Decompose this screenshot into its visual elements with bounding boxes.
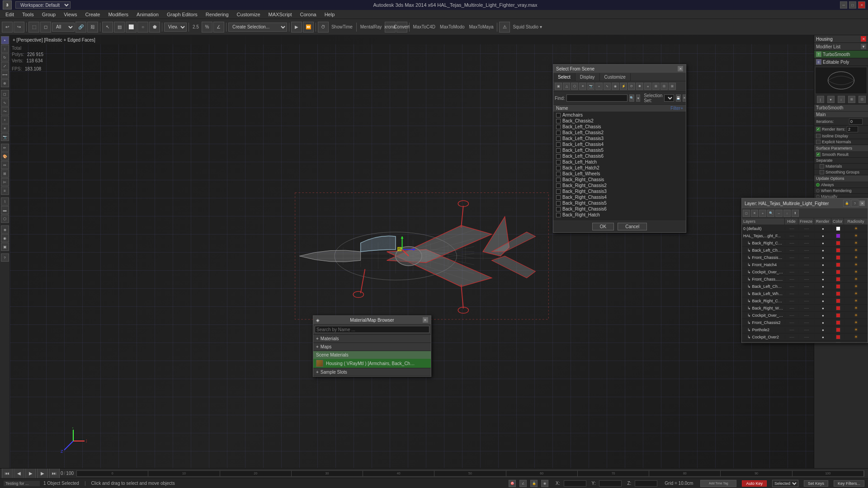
- editablepoly-modifier[interactable]: E Editable Poly: [814, 58, 868, 66]
- sfs-ik[interactable]: ⟳: [628, 83, 635, 90]
- mod-ctrl-2[interactable]: ▼: [827, 96, 835, 103]
- layer-item[interactable]: ↳ Back_Right_Whe... ---- ---- ● ☀: [742, 305, 868, 312]
- sfs-item[interactable]: Back_Right_Chassis: [553, 177, 686, 183]
- menu-help[interactable]: Help: [321, 11, 339, 18]
- toolbar-filter-dropdown[interactable]: All: [52, 23, 75, 32]
- layer-help-btn[interactable]: ?: [851, 200, 859, 207]
- tool-align[interactable]: ⊨: [1, 178, 9, 186]
- tool-helpers[interactable]: +: [1, 116, 9, 124]
- menu-graph-editors[interactable]: Graph Editors: [163, 11, 201, 18]
- sfs-ok-btn[interactable]: OK: [592, 223, 614, 230]
- sfs-item[interactable]: Armchairs: [553, 112, 686, 118]
- explicit-normals-checkbox[interactable]: [816, 140, 821, 144]
- layer-item[interactable]: HAL_Tejas,...ght_F... ---- ---- ● ☀: [742, 232, 868, 239]
- sfs-find-input[interactable]: [566, 94, 627, 102]
- tool-place[interactable]: ⊕: [1, 79, 9, 87]
- viewport-area[interactable]: + [Perspective] [Realistic + Edged Faces…: [10, 35, 814, 468]
- mod-ctrl-3[interactable]: ↕: [838, 96, 845, 103]
- layer-item[interactable]: ↳ Cockpit_Over2 ---- ---- ● ☀: [742, 333, 868, 341]
- tool-nurbs[interactable]: 〜: [1, 107, 9, 115]
- tool-array[interactable]: ⊞: [1, 169, 9, 178]
- layer-collapse-btn[interactable]: 🔍: [767, 210, 774, 217]
- minimize-btn[interactable]: ─: [840, 1, 847, 9]
- sfs-select-all[interactable]: ⊞: [652, 83, 660, 90]
- sfs-item[interactable]: Back_Right_Chassis6: [553, 206, 686, 212]
- toolbar-fence-sel[interactable]: ⬟: [149, 22, 160, 33]
- tool-shapes[interactable]: ◻: [1, 90, 9, 98]
- sfs-selset-save[interactable]: 💾: [676, 94, 681, 102]
- menu-views[interactable]: Views: [60, 11, 80, 18]
- tool-render-frame[interactable]: ▣: [1, 243, 9, 251]
- layer-item[interactable]: ↳ Cockpit_Over_H... ---- ---- ● ☀: [742, 268, 868, 276]
- sfs-all-types[interactable]: ▣: [555, 83, 562, 90]
- tool-render-scene[interactable]: ◉: [1, 234, 9, 242]
- layer-del-btn[interactable]: ✕: [751, 210, 758, 217]
- tool-dope-sheet[interactable]: ▬: [1, 206, 9, 214]
- timeline-prev-frame[interactable]: ◀: [14, 468, 24, 478]
- sfs-item[interactable]: Back_Left_Chassis6: [553, 153, 686, 159]
- sample-slots-header[interactable]: + Sample Slots: [313, 368, 431, 376]
- select-panel-header[interactable]: Select From Scene ✕: [553, 65, 686, 73]
- toolbar-next-key[interactable]: ⏩: [303, 22, 314, 33]
- layer-highlight-btn[interactable]: ↑: [783, 210, 791, 217]
- selected-dropdown[interactable]: Selected: [772, 480, 798, 487]
- render-iters-input[interactable]: [847, 126, 858, 132]
- sfs-bones[interactable]: ⚡: [620, 83, 627, 90]
- materials-section-header[interactable]: + Materials: [313, 335, 431, 343]
- mod-ctrl-5[interactable]: ⊡: [859, 96, 866, 103]
- tool-select-filter[interactable]: +: [1, 36, 9, 44]
- layer-item[interactable]: ↳ Cockpit_Over_H... ---- ---- ● ☀: [742, 312, 868, 319]
- toolbar-percent[interactable]: %: [202, 22, 212, 33]
- tool-schematic[interactable]: ⬡: [1, 215, 9, 223]
- surface-params-section[interactable]: Surface Parameters: [814, 145, 868, 152]
- tool-lights[interactable]: ☀: [1, 124, 9, 132]
- select-panel-close[interactable]: ✕: [678, 66, 683, 71]
- tool-help[interactable]: ?: [1, 253, 9, 262]
- layer-move-up-btn[interactable]: ⬆: [792, 210, 799, 217]
- toolbar-angle-snap[interactable]: ∠: [213, 22, 224, 33]
- layer-item[interactable]: ↳ Back_Right_Cha... ---- ---- ● ☀: [742, 239, 868, 247]
- material-search-input[interactable]: [315, 326, 429, 333]
- auto-key-btn[interactable]: Auto Key: [742, 480, 767, 487]
- tool-rotate[interactable]: ↻: [1, 53, 9, 61]
- sfs-item[interactable]: Back_Left_Chassis4: [553, 141, 686, 147]
- layer-select-btn[interactable]: ↔: [775, 210, 783, 217]
- turbsmooth-modifier[interactable]: T TurboSmooth: [814, 51, 868, 58]
- tool-scale[interactable]: ⤢: [1, 62, 9, 70]
- sfs-selset-dropdown[interactable]: [664, 94, 674, 102]
- material-panel-header[interactable]: ◈ Material/Map Browser ✕: [313, 316, 431, 324]
- toolbar-select-name[interactable]: ▤: [114, 22, 125, 33]
- toolbar-view-dropdown[interactable]: View: [164, 23, 187, 32]
- render-iters-checkbox[interactable]: ✓: [816, 127, 821, 131]
- smoothing-groups-checkbox[interactable]: [820, 170, 824, 174]
- sfs-item[interactable]: Back_Left_Chassis3: [553, 136, 686, 141]
- sfs-item[interactable]: Back_Left_Hatch: [553, 159, 686, 165]
- toolbar-link[interactable]: 🔗: [75, 22, 86, 33]
- toolbar-create-sel-dropdown[interactable]: Create Selection...: [228, 23, 287, 32]
- toolbar-squid[interactable]: ⚠: [499, 22, 510, 33]
- tool-cameras[interactable]: 📷: [1, 133, 9, 141]
- sfs-deselect[interactable]: ⊟: [660, 83, 668, 90]
- menu-edit[interactable]: Edit: [2, 11, 18, 18]
- sfs-item[interactable]: Back_Right_Chassis3: [553, 188, 686, 194]
- sfs-item[interactable]: Back_Right_Chassis5: [553, 200, 686, 206]
- when-rendering-radio[interactable]: [816, 189, 820, 192]
- isoline-checkbox[interactable]: [816, 134, 821, 138]
- sfs-spacewarps[interactable]: ∿: [604, 83, 611, 90]
- layer-item[interactable]: ↳ Front_Chassis2 ---- ---- ● ☀: [742, 319, 868, 326]
- select-tab-customize[interactable]: Customize: [600, 73, 631, 81]
- sfs-item[interactable]: Back_Right_Chassis2: [553, 183, 686, 188]
- sfs-xref[interactable]: ✱: [636, 83, 643, 90]
- toolbar-redo[interactable]: ↪: [14, 22, 24, 33]
- layer-item[interactable]: ↳ Front_Hatch4 ---- ---- ● ☀: [742, 261, 868, 268]
- modifier-list-arrow[interactable]: ▼: [861, 44, 866, 49]
- status-lock-icon[interactable]: 🔒: [530, 480, 538, 487]
- layer-panel-header[interactable]: Layer: HAL_Tejas_Multirole_Light_Fighter…: [742, 198, 868, 209]
- timeline-next-frame[interactable]: ▶: [37, 468, 48, 478]
- layer-item[interactable]: ↳ Back_Left_Chas... ---- ---- ● ☀: [742, 283, 868, 290]
- tool-curve-editor[interactable]: ⌇: [1, 197, 9, 206]
- select-tab-select[interactable]: Select: [553, 73, 576, 81]
- toolbar-convert[interactable]: Convert: [396, 22, 407, 33]
- smooth-result-checkbox[interactable]: ✓: [816, 152, 821, 157]
- sfs-item[interactable]: Back_Right_Hatch: [553, 212, 686, 218]
